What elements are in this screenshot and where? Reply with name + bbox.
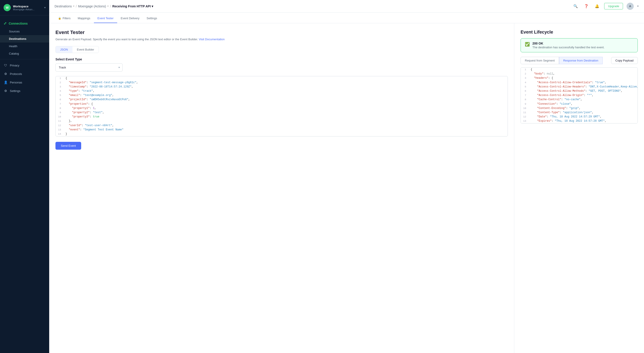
send-event-button[interactable]: Send Event <box>56 142 81 150</box>
event-type-select[interactable]: Track Identify Page Screen Group Alias <box>56 63 122 72</box>
tab-filters[interactable]: 🔒 Filters <box>54 14 74 23</box>
resp-line: 2 "body": null, <box>521 72 638 76</box>
copy-payload-button[interactable]: Copy Payload <box>611 57 638 64</box>
page-title: Event Tester <box>56 30 508 35</box>
notifications-icon[interactable]: 🔔 <box>594 3 600 10</box>
status-message: The destination has successfully handled… <box>532 46 604 49</box>
code-line: 14} <box>56 132 508 136</box>
avatar-chevron-icon: ▾ <box>637 5 639 8</box>
code-line: 2 "messageId": "segment-test-message-y9g… <box>56 81 508 85</box>
code-line: 13 "event": "Segment Test Event Name" <box>56 128 508 132</box>
breadcrumb-chevron-1: ▾ <box>107 5 109 8</box>
resp-line: 10 "Content-Encoding": "gzip", <box>521 106 638 111</box>
code-line: 8 "property1": 1, <box>56 106 508 111</box>
response-code-viewer: 1{ 2 "body": null, 3 "headers": { 4 "Acc… <box>520 67 638 124</box>
workspace-info: Workspace Moengage-Aekan... <box>13 5 34 11</box>
resp-line: 3 "headers": { <box>521 76 638 80</box>
breadcrumb-current: Receiving From HTTP API ▾ <box>112 5 153 8</box>
lifecycle-title: Event Lifecycle <box>520 30 638 35</box>
resp-line: 12 "Date": "Thu, 18 Aug 2022 14:57:29 GM… <box>521 115 638 119</box>
breadcrumb-sep-1: / <box>110 5 111 8</box>
resp-line: 7 "Access-Control-Allow-Origin": "*", <box>521 93 638 98</box>
sidebar-item-sources[interactable]: Sources <box>0 28 49 35</box>
sidebar-item-destinations[interactable]: Destinations <box>0 35 49 43</box>
sidebar-item-health[interactable]: Health <box>0 43 49 50</box>
sidebar-item-catalog[interactable]: Catalog <box>0 50 49 57</box>
help-icon[interactable]: ❓ <box>583 3 590 10</box>
resp-line: 6 "Access-Control-Allow-Methods": "GET, … <box>521 89 638 93</box>
personas-icon: 👤 <box>4 80 8 84</box>
shield-icon: 🛡 <box>4 63 8 67</box>
doc-link[interactable]: Visit Documentation <box>199 38 224 41</box>
connections-icon: ⤢ <box>4 21 6 26</box>
breadcrumb-moengage[interactable]: Moengage (Actions) <box>78 5 106 8</box>
select-event-type-label: Select Event Type <box>56 58 508 61</box>
sidebar-nav: ⤢ Connections Sources Destinations Healt… <box>0 16 49 353</box>
search-icon[interactable]: 🔍 <box>572 3 579 10</box>
lock-icon: 🔒 <box>58 17 61 20</box>
avatar[interactable]: A <box>626 3 634 10</box>
resp-line: 8 "Cache-Control": "no-cache", <box>521 98 638 102</box>
resp-line: 13 "Expires": "Thu, 18 Aug 2022 14:57:28… <box>521 119 638 123</box>
breadcrumb: Destinations ▾ / Moengage (Actions) ▾ / … <box>54 5 153 8</box>
code-line: 1{ <box>56 76 508 81</box>
sidebar-divider <box>0 59 49 59</box>
breadcrumb-sep-0: / <box>76 5 77 8</box>
tab-navigation: 🔒 Filters Mappings Event Tester Event De… <box>49 13 644 23</box>
connections-label: Connections <box>9 22 28 25</box>
sidebar-item-connections[interactable]: ⤢ Connections <box>0 19 49 28</box>
sidebar-item-personas[interactable]: 👤 Personas <box>0 78 49 87</box>
resp-line: 9 "Connection": "close", <box>521 102 638 106</box>
code-line: 10 "property3": true <box>56 115 508 119</box>
success-check-icon: ✅ <box>525 42 530 47</box>
success-info: 200 OK The destination has successfully … <box>532 42 604 49</box>
workspace-title: Workspace <box>13 5 34 8</box>
success-banner: ✅ 200 OK The destination has successfull… <box>520 38 638 52</box>
status-code: 200 OK <box>532 42 604 45</box>
gear-icon: ⚙ <box>4 89 8 93</box>
code-line: 3 "timestamp": "2022-08-18T14:57:24.129Z… <box>56 85 508 89</box>
code-line: 12 "userId": "test-user-n84rt", <box>56 124 508 128</box>
topnav-actions: 🔍 ❓ 🔔 Upgrade A ▾ <box>572 3 639 10</box>
tab-event-tester[interactable]: Event Tester <box>94 14 117 23</box>
json-code-editor[interactable]: 1{ 2 "messageId": "segment-test-message-… <box>56 76 508 137</box>
upgrade-button[interactable]: Upgrade <box>604 3 623 10</box>
event-type-select-wrapper: Track Identify Page Screen Group Alias ▾ <box>56 63 122 72</box>
top-navigation: Destinations ▾ / Moengage (Actions) ▾ / … <box>49 0 644 13</box>
tab-event-delivery[interactable]: Event Delivery <box>117 14 143 23</box>
tab-settings[interactable]: Settings <box>143 14 161 23</box>
content-area: Event Tester Generate an Event Payload. … <box>49 23 644 353</box>
right-panel: Event Lifecycle ✅ 200 OK The destination… <box>514 23 644 353</box>
resp-line: 5 "Access-Control-Allow-Headers": "DNT,X… <box>521 85 638 89</box>
workspace-icon: W <box>4 4 11 11</box>
request-from-segment-tab[interactable]: Request from Segment <box>520 57 559 64</box>
sidebar-item-privacy[interactable]: 🛡 Privacy <box>0 61 49 70</box>
protocols-icon: ⚙ <box>4 72 8 76</box>
sidebar-item-protocols[interactable]: ⚙ Protocols <box>0 70 49 78</box>
sidebar: W Workspace Moengage-Aekan... ▾ ⤢ Connec… <box>0 0 49 353</box>
code-line: 11 }, <box>56 119 508 123</box>
response-tab-bar: Request from Segment Response from Desti… <box>520 57 638 64</box>
breadcrumb-chevron-0: ▾ <box>73 5 74 8</box>
format-toggle: JSON Event Builder <box>56 46 99 53</box>
sidebar-logo-area[interactable]: W Workspace Moengage-Aekan... ▾ <box>0 0 49 16</box>
left-panel: Event Tester Generate an Event Payload. … <box>49 23 514 353</box>
code-line: 9 "property2": "test", <box>56 111 508 115</box>
main-area: Destinations ▾ / Moengage (Actions) ▾ / … <box>49 0 644 353</box>
tab-mappings[interactable]: Mappings <box>74 14 94 23</box>
response-from-destination-tab[interactable]: Response from Destination <box>559 57 603 64</box>
resp-line: 4 "Access-Control-Allow-Credentials": "t… <box>521 81 638 85</box>
code-line: 6 "projectId": "uWDH5eb6tRvzxAavaGtPo6", <box>56 98 508 102</box>
json-format-button[interactable]: JSON <box>56 46 72 53</box>
event-builder-button[interactable]: Event Builder <box>72 46 98 53</box>
code-line: 4 "type": "track", <box>56 89 508 93</box>
page-description: Generate an Event Payload. Specify the e… <box>56 37 508 42</box>
resp-line: 11 "Content-Type": "application/json", <box>521 111 638 115</box>
code-line: 7 "properties": { <box>56 102 508 106</box>
breadcrumb-destinations[interactable]: Destinations <box>54 5 72 8</box>
breadcrumb-current-chevron-icon: ▾ <box>152 5 153 8</box>
workspace-sub: Moengage-Aekan... <box>13 8 34 11</box>
sidebar-item-settings[interactable]: ⚙ Settings <box>0 87 49 95</box>
workspace-chevron-icon: ▾ <box>44 6 46 9</box>
connections-sub-items: Sources Destinations Health Catalog <box>0 28 49 57</box>
